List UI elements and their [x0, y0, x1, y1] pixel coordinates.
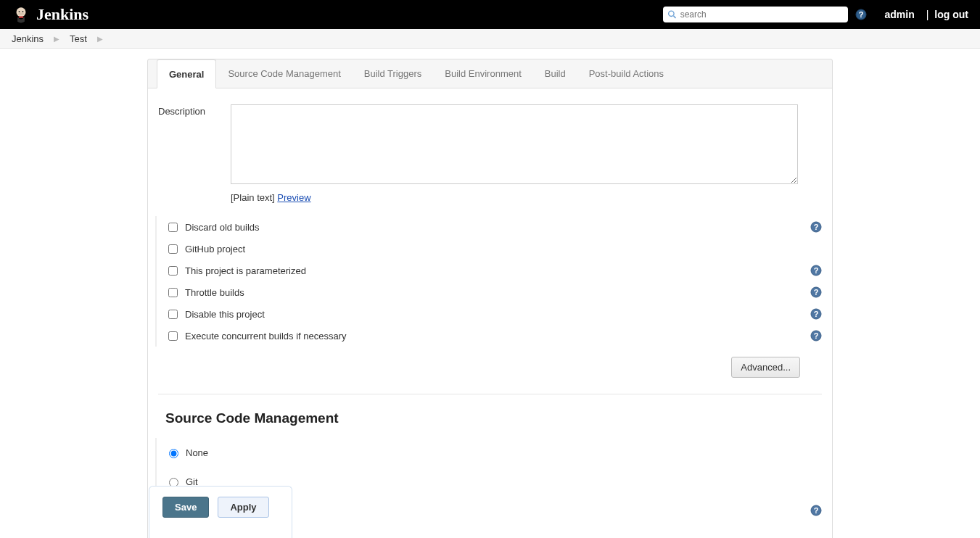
help-icon[interactable]	[810, 505, 822, 516]
svg-line-10	[674, 16, 676, 18]
option-label: GitHub project	[185, 244, 245, 254]
advanced-button[interactable]: Advanced...	[731, 357, 800, 378]
option-label: Throttle builds	[185, 287, 244, 298]
header-help-icon[interactable]	[855, 9, 867, 20]
description-label: Description	[158, 104, 231, 203]
tab-build[interactable]: Build	[533, 59, 577, 88]
plain-text-label: [Plain text]	[231, 192, 275, 203]
svg-rect-7	[19, 16, 24, 17]
help-icon[interactable]	[810, 265, 822, 276]
checkbox-github-project[interactable]	[168, 244, 178, 254]
svg-point-4	[17, 7, 26, 17]
option-label: Disable this project	[185, 309, 265, 320]
tab-build-environment[interactable]: Build Environment	[433, 59, 533, 88]
search-icon	[667, 9, 677, 20]
brand-logo[interactable]: Jenkins	[12, 5, 88, 24]
config-tabs: General Source Code Management Build Tri…	[148, 59, 832, 88]
checkbox-concurrent[interactable]	[168, 331, 178, 341]
option-label: Execute concurrent builds if necessary	[185, 331, 347, 342]
tab-post-build[interactable]: Post-build Actions	[577, 59, 675, 88]
scm-heading: Source Code Management	[165, 410, 822, 426]
save-button[interactable]: Save	[162, 497, 209, 518]
radio-scm-none[interactable]	[169, 449, 178, 458]
svg-point-6	[22, 11, 23, 12]
footer-action-bar: Save Apply	[149, 486, 292, 538]
svg-point-8	[18, 13, 24, 15]
option-label: Discard old builds	[185, 222, 260, 233]
help-icon[interactable]	[810, 221, 822, 233]
checkbox-discard-old[interactable]	[168, 223, 178, 232]
search-box[interactable]	[663, 7, 848, 22]
help-icon[interactable]	[810, 330, 822, 342]
tab-general[interactable]: General	[157, 59, 216, 88]
top-header: Jenkins admin | log out	[0, 0, 980, 29]
radio-label: None	[186, 447, 208, 458]
jenkins-icon	[12, 5, 30, 24]
breadcrumb-item[interactable]: Test	[70, 33, 87, 44]
option-label: This project is parameterized	[185, 265, 306, 276]
brand-text: Jenkins	[36, 5, 88, 24]
search-input[interactable]	[678, 9, 844, 20]
config-panel: General Source Code Management Build Tri…	[147, 59, 833, 538]
tab-build-triggers[interactable]: Build Triggers	[353, 59, 433, 88]
breadcrumb-item[interactable]: Jenkins	[12, 33, 44, 44]
checkbox-parameterized[interactable]	[168, 266, 178, 276]
description-input[interactable]	[231, 104, 798, 184]
help-icon[interactable]	[810, 308, 822, 320]
help-icon[interactable]	[810, 286, 822, 298]
svg-point-9	[669, 11, 674, 16]
checkbox-disable-project[interactable]	[168, 310, 178, 319]
chevron-right-icon: ▶	[97, 35, 103, 43]
chevron-right-icon: ▶	[54, 35, 59, 43]
breadcrumb-bar: Jenkins ▶ Test ▶	[0, 29, 980, 49]
svg-point-5	[19, 11, 20, 12]
logout-link[interactable]: log out	[934, 9, 968, 20]
header-separator: |	[926, 9, 929, 20]
preview-link[interactable]: Preview	[277, 192, 310, 203]
checkbox-throttle[interactable]	[168, 288, 178, 297]
current-user-link[interactable]: admin	[884, 9, 914, 20]
section-divider	[158, 394, 822, 394]
tab-scm[interactable]: Source Code Management	[216, 59, 352, 88]
apply-button[interactable]: Apply	[218, 497, 268, 518]
